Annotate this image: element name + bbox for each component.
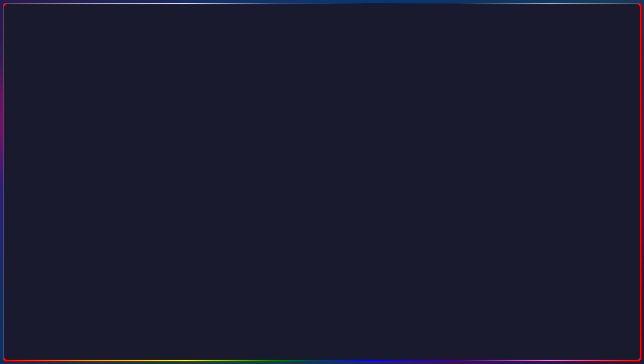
stop-tween-button[interactable]: Stop Tween	[85, 145, 179, 153]
logo-bg: 💀 BLX FRUITS	[564, 321, 637, 361]
info-list-icon: 🌿	[47, 154, 52, 159]
info-farm-right-header: 🍊 Info-Farm 🍊	[332, 135, 432, 141]
right-sidebar-info-list[interactable]: 🌿 Info List	[291, 152, 327, 160]
bottom-section: AUTO FARM SCRIPT PASTEBIN	[0, 321, 644, 354]
right-setting-farm-icon: ⚙	[294, 140, 299, 144]
auto-up-statslist-row: Auto Up [ Statslist ]	[332, 126, 432, 133]
bottom-auto-farm: AUTO FARM	[91, 322, 271, 353]
right-info-list-icon: 🌿	[294, 154, 299, 159]
disabled-damage-row: Disabled Damage [ No Fps Drop ]	[332, 178, 432, 185]
misc-farm-right-header: 🎯 Misc-Farm 🎯	[332, 161, 432, 167]
redeem-all-code-button[interactable]: Redeem All Code	[85, 119, 179, 127]
right-misc-farm-icon: 🌿	[294, 162, 299, 167]
dropdown-arrow: ▾	[173, 110, 175, 115]
left-window-title-bar: NETHERZ HUB	[44, 98, 183, 106]
bottom-pastebin: PASTEBIN	[401, 322, 553, 353]
right-sidebar-info-item[interactable]: 🌿 Info Item	[291, 175, 327, 183]
right-window-title-hub: HUB	[317, 99, 326, 104]
bottom-script: SCRIPT	[280, 322, 392, 353]
right-info-raid-icon: 🌿	[294, 186, 299, 191]
info-buy-header: 💎 Info-Buy 💎	[332, 187, 432, 192]
left-sidebar-misc-farm[interactable]: 🌿 Misc Farm	[44, 160, 80, 168]
logo-blx-text: BLX	[592, 328, 627, 344]
right-window-title-bar: NETHERZ HUB	[291, 98, 436, 106]
auto-haki-damage-checkbox[interactable]	[332, 170, 336, 174]
info-stats-header: 🎮 Info-Stats 🎮	[332, 108, 432, 114]
left-main-content: Select Weapon: Melee ▾ Redeem All Code 🏆…	[81, 98, 183, 220]
right-sidebar-misc-farm[interactable]: 🌿 Misc Farm	[291, 160, 327, 168]
right-sidebar-setting-item-label: Setting Item ∧	[291, 168, 327, 175]
bg-blob-4	[544, 100, 611, 167]
left-sidebar-setting-label: Setting ∧	[44, 146, 80, 152]
left-ui-window: NETHERZ HUB N Main ∧ 🌿 Info Farm ⚙ Setti…	[43, 97, 184, 220]
right-n-logo: N	[295, 109, 313, 127]
info-raid-icon: 🌿	[47, 186, 52, 191]
weapon-select-dropdown[interactable]: Select Weapon: Melee ▾	[85, 108, 179, 117]
right-sidebar-setting-farm[interactable]: ⚙ Setting Farm	[291, 138, 327, 146]
auto-farm-boss-checkbox[interactable]	[85, 184, 89, 188]
auto-farm-header: 🏆 Auto Farm 🏆	[85, 129, 179, 134]
info-farm-icon: 🌿	[47, 132, 52, 136]
right-main-content: 🎮 Info-Stats 🎮 Select Stats: 1 ▾ Auto Up…	[328, 98, 436, 223]
disabled-damage-checkbox[interactable]	[332, 179, 336, 183]
misc-farm-icon: 🌿	[47, 162, 52, 167]
right-sidebar-setting-label: Setting ∧	[291, 146, 327, 152]
auto-zou-quest-row: Auto Zou [ Quest ]	[332, 152, 432, 159]
right-info-farm-icon: 🌿	[294, 132, 299, 136]
auto-up-statslist-checkbox[interactable]	[332, 128, 336, 132]
left-sidebar-info-list[interactable]: 🌿 Info List	[44, 152, 80, 160]
right-sidebar-info-farm[interactable]: 🌿 Info Farm	[291, 130, 327, 138]
right-window-title-n: NETHERZ	[294, 99, 315, 104]
title-blox: BLOX	[129, 3, 288, 63]
stats-dropdown-arrow: ▾	[427, 118, 429, 122]
right-info-item-icon: 🌿	[294, 176, 299, 181]
boss-select-dropdown[interactable]: Select Boss: 1 ▾	[85, 162, 179, 171]
right-ui-window: NETHERZ HUB N Main ∧ 🌿 Info Farm ⚙ Setti…	[290, 97, 437, 224]
info-item-icon: 🌿	[47, 176, 52, 181]
logo-fruits-text: FRUITS	[592, 344, 627, 353]
title-section: BLOX FRUITS	[0, 7, 644, 60]
auto-farm-level-row: Auto Farm [ Level ]	[85, 136, 179, 143]
left-sidebar-setting-item-label: Setting Item ∧	[44, 168, 80, 175]
left-window-title-n: NETHERZ	[47, 99, 68, 104]
boss-farm-header: 🛡 Boss Farm 🛡	[85, 155, 179, 160]
bg-blob-3	[494, 247, 577, 331]
title-fruits: FRUITS	[306, 3, 515, 63]
left-window-title-hub: HUB	[70, 99, 79, 104]
auto-second-quest-row: Auto Second [ Quest ]	[332, 143, 432, 150]
auto-farm-level-checkbox[interactable]	[85, 137, 89, 142]
refresh-boss-button[interactable]: Refesh Boss	[85, 173, 179, 181]
auto-farm-boss-row: Auto Farm Boss [ Normal ]	[85, 183, 179, 189]
boss-dropdown-arrow: ▾	[173, 164, 175, 169]
blox-fruits-logo: 💀 BLX FRUITS	[564, 321, 637, 361]
left-sidebar-info-farm[interactable]: 🌿 Info Farm	[44, 130, 80, 138]
auto-zou-quest-checkbox[interactable]	[332, 153, 336, 158]
auto-haki-damage-row: Auto Haki [ Damage ]	[332, 169, 432, 176]
left-sidebar-setting-farm[interactable]: ⚙ Setting Farm	[44, 138, 80, 146]
stats-select-dropdown[interactable]: Select Stats: 1 ▾	[332, 116, 432, 124]
right-sidebar-info-raid[interactable]: 🌿 Info Raid Fruit	[291, 183, 327, 194]
left-n-logo: N	[48, 109, 66, 127]
left-sidebar-info-raid[interactable]: 🌿 Info Raid Fruit	[44, 183, 80, 194]
setting-farm-icon: ⚙	[47, 140, 52, 144]
left-sidebar-info-item[interactable]: 🌿 Info Item	[44, 175, 80, 183]
auto-second-quest-checkbox[interactable]	[332, 144, 336, 149]
